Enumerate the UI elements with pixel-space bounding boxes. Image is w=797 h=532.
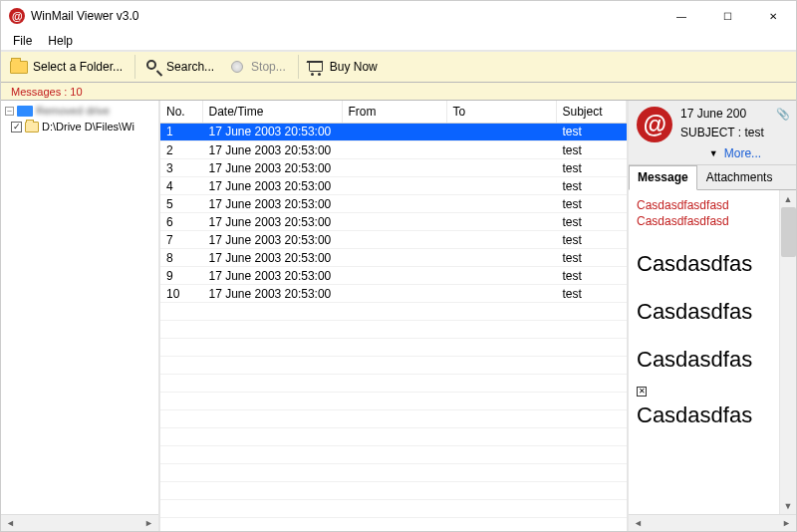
scroll-right-icon[interactable]: ► — [140, 516, 157, 531]
cell-from — [342, 231, 446, 249]
cell-from — [342, 285, 446, 303]
table-row-empty — [160, 410, 627, 428]
cell-datetime: 17 June 2003 20:53:00 — [202, 141, 342, 159]
col-from[interactable]: From — [342, 101, 446, 123]
menu-file[interactable]: File — [5, 32, 40, 50]
col-subject[interactable]: Subject — [556, 101, 627, 123]
cell-to — [446, 213, 556, 231]
cell-subject: test — [556, 177, 627, 195]
scroll-left-icon[interactable]: ◄ — [2, 516, 19, 531]
folder-tree[interactable]: – Removed drive ✓ D:\Drive D\Files\Wi — [1, 101, 158, 514]
table-row[interactable]: 117 June 2003 20:53:00test — [160, 124, 627, 141]
cell-to — [446, 195, 556, 213]
more-link[interactable]: More... — [724, 146, 761, 160]
minimize-button[interactable]: — — [659, 1, 704, 31]
title-bar: @ WinMail Viewer v3.0 — ☐ ✕ — [1, 1, 796, 31]
window-title: WinMail Viewer v3.0 — [31, 9, 138, 23]
cell-from — [342, 124, 446, 141]
cell-no: 1 — [160, 124, 202, 141]
table-row-empty — [160, 393, 627, 410]
cell-datetime: 17 June 2003 20:53:00 — [202, 195, 342, 213]
cell-no: 4 — [160, 177, 202, 195]
body-text: Casdasdfasdfasd — [637, 214, 771, 230]
cell-from — [342, 213, 446, 231]
cell-subject: test — [556, 285, 627, 303]
scroll-left-icon[interactable]: ◄ — [630, 516, 647, 531]
cell-subject: test — [556, 249, 627, 267]
preview-scrollbar-horizontal[interactable]: ◄ ► — [629, 514, 796, 531]
preview-subject: SUBJECT : test — [680, 126, 790, 139]
table-row[interactable]: 717 June 2003 20:53:00test — [160, 231, 627, 249]
broken-image-icon: ✕ — [637, 387, 647, 397]
preview-pane: @ 17 June 200 📎 SUBJECT : test ▼ More...… — [629, 101, 796, 531]
tree-scrollbar-horizontal[interactable]: ◄ ► — [1, 514, 158, 531]
table-row[interactable]: 917 June 2003 20:53:00test — [160, 267, 627, 285]
cell-datetime: 17 June 2003 20:53:00 — [202, 124, 342, 141]
cell-to — [446, 177, 556, 195]
table-row[interactable]: 517 June 2003 20:53:00test — [160, 195, 627, 213]
table-row[interactable]: 617 June 2003 20:53:00test — [160, 213, 627, 231]
cell-datetime: 17 June 2003 20:53:00 — [202, 267, 342, 285]
table-row[interactable]: 417 June 2003 20:53:00test — [160, 177, 627, 195]
cell-no: 3 — [160, 159, 202, 177]
cell-datetime: 17 June 2003 20:53:00 — [202, 177, 342, 195]
cell-from — [342, 141, 446, 159]
scroll-thumb[interactable] — [781, 207, 796, 257]
collapse-icon[interactable]: – — [5, 107, 14, 116]
scroll-right-icon[interactable]: ► — [778, 516, 795, 531]
cell-no: 9 — [160, 267, 202, 285]
table-row-empty — [160, 500, 627, 518]
search-button[interactable]: Search... — [138, 54, 223, 80]
preview-scrollbar-vertical[interactable]: ▲ ▼ — [779, 190, 796, 514]
table-row[interactable]: 1017 June 2003 20:53:00test — [160, 285, 627, 303]
cell-to — [446, 285, 556, 303]
cell-from — [342, 249, 446, 267]
folder-icon — [10, 58, 28, 76]
cell-datetime: 17 June 2003 20:53:00 — [202, 159, 342, 177]
menu-help[interactable]: Help — [40, 32, 81, 50]
folder-icon — [25, 122, 39, 133]
scroll-up-icon[interactable]: ▲ — [780, 190, 796, 207]
toolbar: Select a Folder... Search... Stop... Buy… — [1, 51, 796, 83]
col-datetime[interactable]: Date/Time — [202, 101, 342, 123]
cell-to — [446, 249, 556, 267]
table-row-empty — [160, 339, 627, 357]
chevron-down-icon[interactable]: ▼ — [709, 148, 718, 158]
maximize-button[interactable]: ☐ — [704, 1, 750, 31]
cell-from — [342, 177, 446, 195]
scroll-down-icon[interactable]: ▼ — [780, 497, 796, 514]
col-to[interactable]: To — [446, 101, 556, 123]
body-text: Casdasdfas — [637, 347, 771, 373]
cell-no: 2 — [160, 141, 202, 159]
table-row[interactable]: 217 June 2003 20:53:00test — [160, 141, 627, 159]
table-row-empty — [160, 446, 627, 464]
cell-subject: test — [556, 124, 627, 141]
body-text: Casdasdfas — [637, 402, 771, 428]
body-text: Casdasdfas — [637, 299, 771, 325]
stop-button[interactable]: Stop... — [223, 54, 295, 80]
cell-no: 6 — [160, 213, 202, 231]
close-button[interactable]: ✕ — [750, 1, 796, 31]
messages-count: Messages : 10 — [1, 83, 796, 101]
checkbox[interactable]: ✓ — [11, 122, 22, 133]
buy-now-button[interactable]: Buy Now — [302, 54, 387, 80]
table-row[interactable]: 317 June 2003 20:53:00test — [160, 159, 627, 177]
message-table-body[interactable]: 117 June 2003 20:53:00test217 June 2003 … — [160, 124, 627, 532]
menu-bar: File Help — [1, 31, 796, 51]
folder-tree-pane: – Removed drive ✓ D:\Drive D\Files\Wi ◄ … — [1, 101, 160, 531]
tab-message[interactable]: Message — [629, 165, 697, 190]
table-row-empty — [160, 321, 627, 339]
cell-to — [446, 231, 556, 249]
cell-no: 10 — [160, 285, 202, 303]
select-folder-button[interactable]: Select a Folder... — [5, 54, 132, 80]
tab-attachments[interactable]: Attachments — [697, 165, 782, 189]
col-no[interactable]: No. — [160, 101, 202, 123]
table-row[interactable]: 817 June 2003 20:53:00test — [160, 249, 627, 267]
drive-icon — [17, 106, 33, 117]
preview-body[interactable]: Casdasdfasdfasd Casdasdfasdfasd Casdasdf… — [629, 190, 779, 514]
tree-item[interactable]: ✓ D:\Drive D\Files\Wi — [1, 119, 158, 134]
body-text: Casdasdfas — [637, 251, 771, 277]
table-row-empty — [160, 482, 627, 500]
cell-subject: test — [556, 213, 627, 231]
tree-root[interactable]: – Removed drive — [1, 103, 158, 119]
